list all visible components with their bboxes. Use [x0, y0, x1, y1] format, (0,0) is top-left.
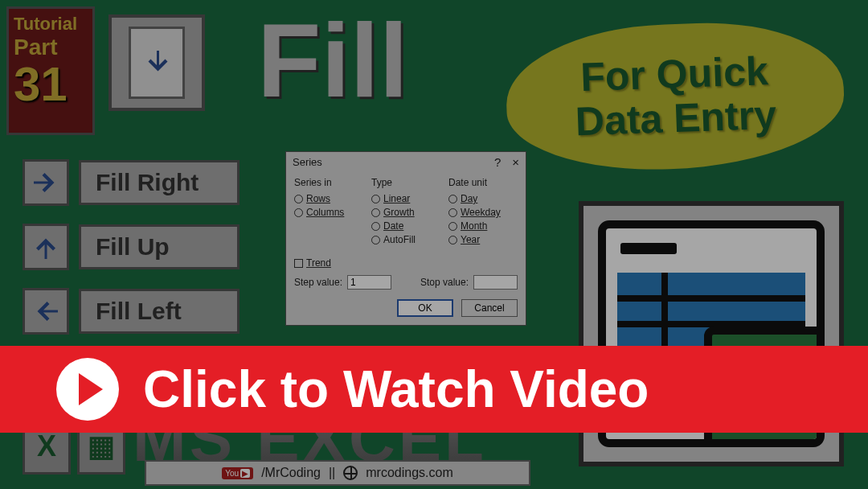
- day-radio[interactable]: Day: [448, 193, 518, 204]
- page-title: Fill: [257, 0, 408, 121]
- autofill-radio[interactable]: AutoFill: [371, 234, 440, 245]
- series-dialog: Series ? × Series in Rows Columns Type L…: [285, 151, 526, 326]
- youtube-icon: You▶: [222, 467, 253, 479]
- tutorial-part-badge: Tutorial Part 31: [6, 6, 95, 135]
- globe-icon: [343, 466, 358, 480]
- stop-value-label: Stop value:: [420, 277, 469, 288]
- fill-right-row: Fill Right: [23, 159, 240, 206]
- callout-blob: For Quick Data Entry: [504, 18, 846, 175]
- weekday-radio[interactable]: Weekday: [448, 207, 518, 218]
- fill-left-row: Fill Left: [23, 288, 240, 335]
- fill-up-label: Fill Up: [79, 224, 240, 269]
- fill-right-label: Fill Right: [79, 160, 240, 205]
- growth-radio[interactable]: Growth: [371, 207, 440, 218]
- date-unit-group: Date unit Day Weekday Month Year: [448, 177, 518, 248]
- series-in-group: Series in Rows Columns: [294, 177, 363, 248]
- year-radio[interactable]: Year: [448, 234, 518, 245]
- play-icon: [56, 358, 119, 421]
- trend-checkbox[interactable]: Trend: [286, 256, 526, 270]
- date-unit-header: Date unit: [448, 177, 518, 188]
- fill-up-row: Fill Up: [23, 224, 240, 270]
- type-header: Type: [371, 177, 440, 188]
- fill-left-label: Fill Left: [79, 289, 240, 334]
- footer-separator: ||: [329, 466, 335, 480]
- month-radio[interactable]: Month: [448, 220, 518, 232]
- blob-line2: Data Entry: [575, 92, 777, 145]
- arrow-left-icon: [23, 288, 69, 335]
- badge-line1: Tutorial: [14, 14, 88, 35]
- arrow-up-icon: [23, 224, 69, 270]
- youtube-channel: /MrCoding: [261, 466, 321, 480]
- cta-text: Click to Watch Video: [143, 360, 649, 419]
- ok-button[interactable]: OK: [397, 299, 453, 317]
- watch-video-banner[interactable]: Click to Watch Video: [0, 346, 868, 433]
- badge-number: 31: [14, 60, 88, 109]
- step-value-label: Step value:: [294, 277, 342, 288]
- footer-links: You▶ /MrCoding || mrcodings.com: [145, 460, 530, 486]
- dialog-title: Series: [293, 156, 322, 168]
- cancel-button[interactable]: Cancel: [461, 299, 518, 317]
- blob-line1: For Quick: [579, 48, 768, 100]
- type-group: Type Linear Growth Date AutoFill: [371, 177, 440, 248]
- website-url: mrcodings.com: [366, 466, 452, 480]
- close-button[interactable]: ×: [512, 155, 519, 169]
- date-radio[interactable]: Date: [371, 220, 440, 232]
- step-value-input[interactable]: [347, 275, 391, 290]
- stop-value-input[interactable]: [473, 275, 518, 290]
- columns-radio[interactable]: Columns: [294, 207, 363, 218]
- help-button[interactable]: ?: [494, 155, 501, 169]
- rows-radio[interactable]: Rows: [294, 193, 363, 204]
- series-in-header: Series in: [294, 177, 363, 188]
- linear-radio[interactable]: Linear: [371, 193, 440, 204]
- arrow-down-icon: [142, 48, 171, 77]
- fill-down-icon-large: [108, 14, 205, 111]
- dialog-titlebar: Series ? ×: [286, 152, 526, 172]
- arrow-right-icon: [23, 159, 69, 206]
